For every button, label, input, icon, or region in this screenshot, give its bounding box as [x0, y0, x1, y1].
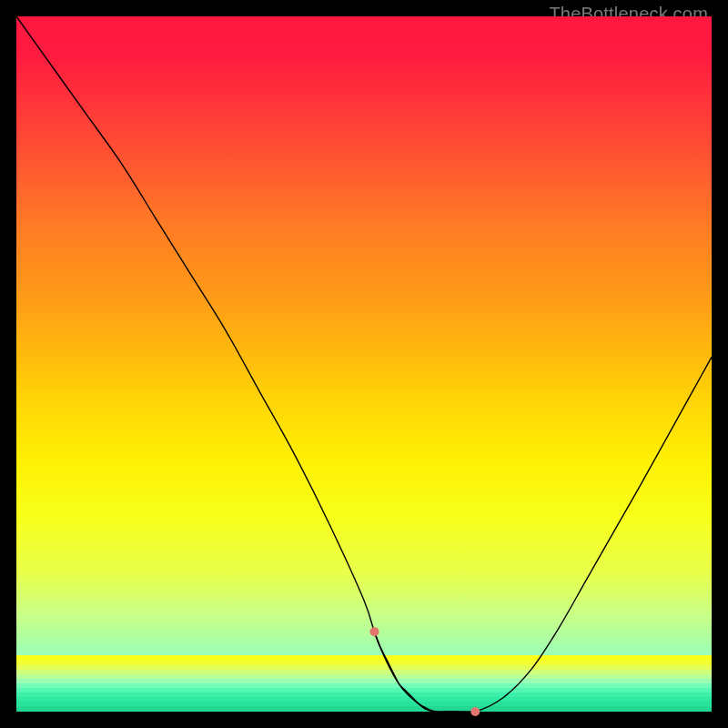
svg-point-0: [369, 627, 379, 636]
plot-area: [16, 16, 712, 712]
curve-svg: [16, 16, 712, 712]
chart-stage: TheBottleneck.com: [0, 0, 728, 728]
curve-line: [16, 16, 712, 713]
svg-point-1: [470, 707, 480, 716]
curve-highlight: [369, 627, 480, 716]
